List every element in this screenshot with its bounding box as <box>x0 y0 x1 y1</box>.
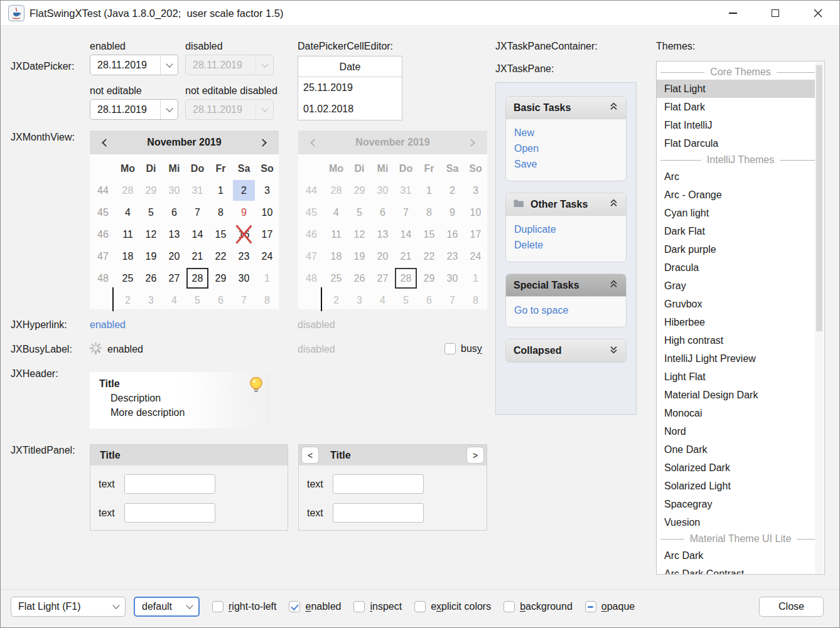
calendar-prev-button[interactable] <box>99 137 109 147</box>
theme-item-arc-dark[interactable]: Arc Dark <box>657 546 815 565</box>
theme-item-solarized-dark[interactable]: Solarized Dark <box>657 459 815 477</box>
date-cell[interactable]: 25.11.2019 <box>298 77 402 98</box>
calendar-day[interactable]: 17 <box>256 224 278 245</box>
calendar-day[interactable]: 8 <box>210 202 232 223</box>
calendar-day[interactable]: 30 <box>233 268 255 289</box>
themes-scrollbar[interactable] <box>815 62 824 573</box>
theme-item-dark-purple[interactable]: Dark purple <box>657 240 815 258</box>
calendar-day[interactable]: 4 <box>163 290 185 311</box>
busy-checkbox[interactable]: busy <box>444 343 482 354</box>
calendar-day[interactable]: 1 <box>256 268 278 289</box>
calendar-day[interactable]: 4 <box>117 202 139 223</box>
theme-item-material-design-dark[interactable]: Material Design Dark <box>657 386 815 404</box>
datepicker-dropdown-button[interactable] <box>161 64 178 67</box>
calendar-day[interactable]: 12 <box>140 224 162 245</box>
close-button[interactable]: Close <box>759 597 824 617</box>
text-input[interactable] <box>333 503 424 523</box>
theme-item-one-dark[interactable]: One Dark <box>657 440 815 459</box>
calendar-day[interactable]: 7 <box>233 290 255 311</box>
date-cell[interactable]: 01.02.2018 <box>298 98 402 120</box>
calendar-day[interactable]: 1 <box>210 180 232 201</box>
checkbox-explicit-colors[interactable]: explicit colors <box>414 601 491 612</box>
checkbox-opaque[interactable]: opaque <box>585 601 635 612</box>
calendar-day[interactable]: 23 <box>233 246 255 267</box>
theme-item-arc-dark-contrast[interactable]: Arc Dark Contrast <box>657 565 815 575</box>
theme-item-dark-flat[interactable]: Dark Flat <box>657 222 815 240</box>
theme-item-dracula[interactable]: Dracula <box>657 258 815 277</box>
calendar-day[interactable]: 13 <box>163 224 185 245</box>
prev-button[interactable]: < <box>301 447 319 464</box>
theme-combobox[interactable]: Flat Light (F1) <box>11 597 126 617</box>
theme-item-gruvbox[interactable]: Gruvbox <box>657 295 815 313</box>
taskpane-action-new[interactable]: New <box>514 127 618 139</box>
text-input[interactable] <box>333 474 424 494</box>
calendar-day[interactable]: 11 <box>117 224 139 245</box>
close-window-button[interactable] <box>797 1 839 26</box>
taskpane-action-go-to-space[interactable]: Go to space <box>514 305 618 316</box>
calendar-next-button[interactable] <box>259 137 269 147</box>
datepicker-dropdown-button[interactable] <box>161 109 178 111</box>
calendar-day[interactable]: 19 <box>140 246 162 267</box>
taskpane-header[interactable]: Collapsed <box>506 339 626 362</box>
next-button[interactable]: > <box>466 447 484 464</box>
calendar-day[interactable]: 14 <box>186 224 208 245</box>
calendar-day[interactable]: 20 <box>163 246 185 267</box>
calendar-day[interactable]: 6 <box>163 202 185 223</box>
taskpane-action-open[interactable]: Open <box>514 143 618 154</box>
theme-item-spacegray[interactable]: Spacegray <box>657 495 815 513</box>
checkbox-right-to-left[interactable]: right-to-left <box>212 601 276 612</box>
calendar-day[interactable]: 21 <box>186 246 208 267</box>
calendar-day[interactable]: 2 <box>117 290 139 311</box>
theme-item-hiberbee[interactable]: Hiberbee <box>657 313 815 331</box>
text-input[interactable] <box>124 503 215 523</box>
theme-item-arc-orange[interactable]: Arc - Orange <box>657 186 815 204</box>
calendar-day[interactable]: 18 <box>117 246 139 267</box>
calendar-day[interactable]: 27 <box>163 268 185 289</box>
taskpane-header[interactable]: Special Tasks <box>506 274 626 297</box>
theme-item-solarized-light[interactable]: Solarized Light <box>657 477 815 495</box>
calendar-day[interactable]: 24 <box>256 246 278 267</box>
font-size-combobox[interactable]: default <box>134 597 200 617</box>
calendar-day[interactable]: 25 <box>117 268 139 289</box>
checkbox-inspect[interactable]: inspect <box>353 601 402 612</box>
taskpane-action-duplicate[interactable]: Duplicate <box>514 224 618 235</box>
calendar-day[interactable]: 2 <box>233 180 255 201</box>
theme-item-cyan-light[interactable]: Cyan light <box>657 204 815 222</box>
theme-item-high-contrast[interactable]: High contrast <box>657 331 815 349</box>
scrollbar-thumb[interactable] <box>816 65 822 331</box>
taskpane-action-delete[interactable]: Delete <box>514 240 618 251</box>
hyperlink-enabled[interactable]: enabled <box>90 319 126 331</box>
calendar-day[interactable]: 9 <box>233 202 255 223</box>
calendar-day[interactable]: 29 <box>210 268 232 289</box>
checkbox-enabled[interactable]: enabled <box>289 601 341 612</box>
theme-item-flat-darcula[interactable]: Flat Darcula <box>657 134 815 152</box>
calendar-day[interactable]: 8 <box>256 290 278 311</box>
theme-item-flat-intellij[interactable]: Flat IntelliJ <box>657 116 815 134</box>
theme-item-nord[interactable]: Nord <box>657 422 815 440</box>
calendar-day[interactable]: 3 <box>256 180 278 201</box>
calendar-day[interactable]: 10 <box>256 202 278 223</box>
theme-item-arc[interactable]: Arc <box>657 168 815 186</box>
calendar-day[interactable]: 31 <box>186 180 208 201</box>
theme-item-flat-dark[interactable]: Flat Dark <box>657 98 815 116</box>
calendar-day[interactable]: 16 <box>233 224 255 245</box>
theme-item-gray[interactable]: Gray <box>657 277 815 295</box>
taskpane-action-save[interactable]: Save <box>514 159 618 170</box>
calendar-day[interactable]: 15 <box>210 224 232 245</box>
theme-item-light-flat[interactable]: Light Flat <box>657 368 815 386</box>
theme-item-monocai[interactable]: Monocai <box>657 404 815 422</box>
calendar-day[interactable]: 6 <box>210 290 232 311</box>
calendar-day[interactable]: 29 <box>140 180 162 201</box>
theme-item-vuesion[interactable]: Vuesion <box>657 513 815 531</box>
datepicker-field[interactable]: 28.11.2019 <box>90 99 178 120</box>
calendar-day[interactable]: 26 <box>140 268 162 289</box>
calendar-day[interactable]: 28 <box>117 180 139 201</box>
calendar-day[interactable]: 5 <box>140 202 162 223</box>
theme-item-flat-light[interactable]: Flat Light <box>657 80 815 98</box>
datepicker-field[interactable]: 28.11.2019 <box>90 55 178 75</box>
taskpane-header[interactable]: Basic Tasks <box>506 97 626 119</box>
text-input[interactable] <box>124 474 215 494</box>
calendar-day[interactable]: 3 <box>140 290 162 311</box>
taskpane-header[interactable]: Other Tasks <box>506 193 626 216</box>
theme-item-intellij-light-preview[interactable]: IntelliJ Light Preview <box>657 349 815 368</box>
